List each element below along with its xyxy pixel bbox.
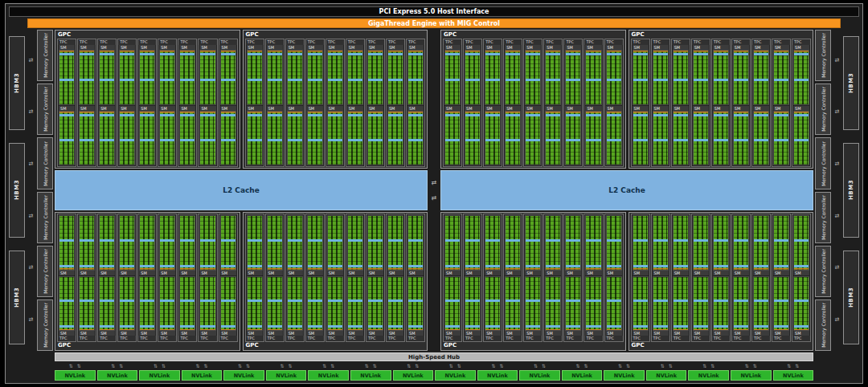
- sm: SM: [59, 215, 75, 275]
- nvlink-transfer-arrows: ⇅⇅: [731, 363, 772, 369]
- sm-core-grid: [387, 215, 403, 271]
- memory-controller-column-left: Memory ControllerMemory ControllerMemory…: [37, 30, 53, 351]
- tpc-label: TPC: [306, 336, 324, 341]
- tpc: TPCSMSM: [326, 39, 345, 167]
- sm: SM: [347, 276, 363, 336]
- memory-controller: Memory Controller: [815, 246, 831, 297]
- memory-controller-label: Memory Controller: [43, 33, 48, 78]
- sm-core-grid: [159, 50, 175, 105]
- sm-core-grid: [465, 50, 481, 105]
- sm-core-grid: [327, 50, 343, 105]
- sm-core-grid: [139, 276, 155, 332]
- tpc: TPCSMSM: [198, 214, 217, 342]
- up-down-arrows-icon: ⇅: [787, 363, 791, 369]
- hbm3-label: HBM3: [14, 73, 20, 93]
- up-down-arrows-icon: ⇅: [415, 363, 419, 369]
- sm: SM: [347, 45, 363, 105]
- tpc-label: TPC: [712, 336, 730, 341]
- sm: SM: [525, 106, 541, 166]
- sm: SM: [653, 106, 669, 166]
- sm-core-grid: [347, 215, 363, 271]
- hbm-arrows-right: ⇄⇄⇄⇄⇄⇄: [833, 30, 841, 351]
- sm-core-grid: [485, 276, 501, 332]
- tpc: TPCSMSM: [117, 39, 137, 167]
- sm-core-grid: [525, 50, 541, 105]
- tpc-label: TPC: [178, 39, 196, 45]
- sm-core-grid: [119, 276, 135, 332]
- tpc: TPCSMSM: [751, 214, 771, 342]
- sm-core-grid: [793, 111, 809, 166]
- sm: SM: [267, 106, 283, 166]
- sm-core-grid: [693, 111, 709, 166]
- sm-core-grid: [793, 276, 809, 332]
- gpc-label: GPC: [57, 31, 238, 39]
- memory-controller: Memory Controller: [815, 30, 831, 81]
- tpc: TPCSMSM: [326, 214, 345, 342]
- tpc-label: TPC: [306, 39, 324, 45]
- nvlink-block: NVLink: [731, 370, 772, 381]
- up-down-arrows-icon: ⇅: [669, 363, 673, 369]
- tpc-label: TPC: [672, 39, 690, 45]
- sm: SM: [444, 106, 461, 166]
- memory-controller-label: Memory Controller: [821, 87, 826, 132]
- sm: SM: [179, 276, 195, 336]
- tpc: TPCSMSM: [523, 39, 542, 167]
- up-down-arrows-icon: ⇅: [238, 363, 242, 369]
- hbm3-stack: HBM3: [843, 143, 859, 237]
- gpc: GPCTPCSMSMTPCSMSMTPCSMSMTPCSMSMTPCSMSMTP…: [440, 212, 626, 351]
- tpc-label: TPC: [178, 336, 196, 341]
- up-down-arrows-icon: ⇅: [576, 363, 580, 369]
- sm-core-grid: [545, 276, 561, 332]
- memory-controller: Memory Controller: [815, 299, 831, 351]
- memory-controller-label: Memory Controller: [821, 249, 826, 294]
- tpc-label: TPC: [286, 39, 304, 45]
- sm: SM: [525, 276, 541, 336]
- sm-core-grid: [179, 215, 195, 271]
- sm-core-grid: [693, 215, 709, 271]
- nvlink-row: NVLinkNVLinkNVLinkNVLinkNVLinkNVLinkNVLi…: [55, 370, 813, 381]
- memory-controller-label: Memory Controller: [43, 249, 48, 294]
- sm: SM: [367, 106, 383, 166]
- nvlink-transfer-arrows: ⇅⇅: [519, 363, 560, 369]
- up-down-arrows-icon: ⇅: [449, 363, 453, 369]
- sm-label: SM: [633, 271, 649, 275]
- tpc: TPCSMSM: [265, 214, 285, 342]
- sm-core-grid: [407, 50, 424, 105]
- up-down-arrows-icon: ⇅: [745, 363, 749, 369]
- sm-label: SM: [247, 271, 263, 275]
- transfer-arrows-icon: ⇄: [29, 214, 34, 219]
- sm: SM: [585, 106, 601, 166]
- sm-core-grid: [753, 111, 769, 166]
- sm-label: SM: [347, 271, 363, 275]
- sm-core-grid: [565, 50, 581, 105]
- sm-core-grid: [139, 50, 155, 105]
- tpc-label: TPC: [98, 39, 116, 45]
- sm-core-grid: [327, 215, 343, 271]
- tpc-label: TPC: [464, 39, 481, 45]
- tpc: TPCSMSM: [178, 214, 197, 342]
- memory-controller: Memory Controller: [815, 137, 831, 189]
- nvlink-block: NVLink: [604, 370, 645, 381]
- sm-core-grid: [693, 276, 709, 332]
- tpc: TPCSMSM: [386, 39, 405, 167]
- sm-label: SM: [465, 271, 481, 275]
- sm: SM: [99, 106, 115, 166]
- sm-core-grid: [79, 111, 95, 166]
- sm: SM: [407, 276, 424, 336]
- tpc-strip: TPCSMSMTPCSMSMTPCSMSMTPCSMSMTPCSMSMTPCSM…: [631, 39, 812, 167]
- sm-core-grid: [773, 50, 789, 105]
- left-memory-side: HBM3HBM3HBM3 ⇄⇄⇄⇄⇄⇄ Memory ControllerMem…: [9, 30, 53, 351]
- tpc: TPCSMSM: [604, 39, 624, 167]
- tpc-label: TPC: [158, 39, 176, 45]
- sm-core-grid: [367, 50, 383, 105]
- tpc: TPCSMSM: [772, 214, 791, 342]
- hbm-column-left: HBM3HBM3HBM3: [9, 30, 25, 351]
- up-down-arrows-icon: ⇅: [365, 363, 369, 369]
- sm-core-grid: [773, 111, 789, 166]
- sm-core-grid: [673, 215, 689, 271]
- tpc: TPCSMSM: [245, 39, 264, 167]
- tpc-label: TPC: [158, 336, 176, 341]
- sm: SM: [773, 45, 789, 105]
- sm: SM: [505, 106, 521, 166]
- sm: SM: [465, 45, 481, 105]
